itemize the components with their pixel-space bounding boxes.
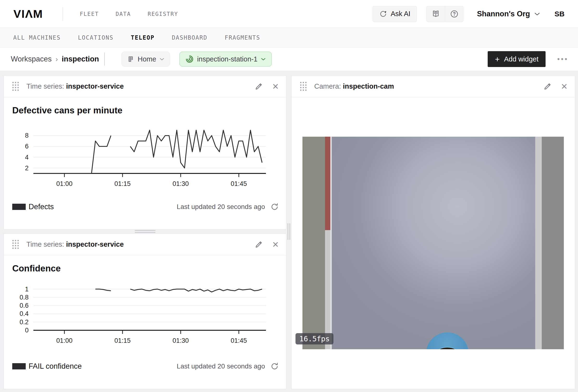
conveyor-right-rail — [542, 137, 564, 349]
row-resize-handle[interactable] — [135, 230, 155, 234]
conveyor-belt-surface — [332, 137, 535, 349]
svg-text:01:30: 01:30 — [173, 337, 189, 344]
help-icon-group — [427, 6, 463, 22]
help-button[interactable] — [445, 6, 463, 22]
legend-swatch — [12, 363, 26, 369]
widget-actions: ✕ — [543, 82, 568, 91]
avatar[interactable]: SB — [554, 10, 565, 18]
building-icon — [127, 55, 134, 63]
close-icon[interactable]: ✕ — [272, 82, 279, 91]
svg-text:4: 4 — [25, 154, 29, 161]
drag-handle-icon[interactable] — [12, 240, 19, 249]
breadcrumb: Workspaces › inspection — [11, 52, 105, 66]
machine-live-icon — [186, 55, 194, 63]
svg-text:01:00: 01:00 — [56, 337, 73, 344]
add-widget-button[interactable]: + Add widget — [488, 51, 546, 67]
header-divider — [63, 7, 63, 21]
ask-ai-label: Ask AI — [391, 10, 410, 18]
header-right: Ask AI — [373, 6, 565, 22]
legend-row: Defects Last updated 20 seconds ago — [12, 202, 279, 211]
svg-text:0.4: 0.4 — [19, 310, 29, 317]
conveyor-left-rail — [302, 137, 325, 349]
svg-text:2: 2 — [25, 164, 29, 172]
widget-header: Time series: inspector-service ✕ — [4, 234, 286, 255]
camera-stream — [302, 137, 564, 349]
fps-badge: 16.5fps — [295, 333, 334, 344]
widget-resource-name: inspection-cam — [343, 82, 394, 90]
drag-handle-icon[interactable] — [300, 82, 307, 91]
svg-text:01:00: 01:00 — [56, 180, 73, 187]
workspace-name[interactable]: inspection — [62, 55, 99, 63]
location-label: Home — [138, 55, 156, 63]
toolbar-right: + Add widget ••• — [488, 51, 568, 67]
ask-ai-button[interactable]: Ask AI — [373, 6, 417, 22]
org-switcher[interactable]: Shannon's Org — [477, 10, 540, 18]
svg-text:0.2: 0.2 — [19, 318, 29, 326]
widget-resource-name: inspector-service — [66, 241, 124, 248]
svg-text:01:30: 01:30 — [173, 180, 189, 187]
nav-data[interactable]: DATA — [116, 11, 131, 17]
legend-swatch — [12, 204, 26, 210]
column-resize-handle[interactable] — [288, 223, 291, 240]
workspace-name-cursor — [104, 52, 105, 66]
docs-button[interactable] — [427, 6, 445, 22]
nav-fleet[interactable]: FLEET — [80, 11, 99, 17]
breadcrumb-workspaces[interactable]: Workspaces — [11, 55, 52, 63]
widget-header: Time series: inspector-service ✕ — [4, 76, 286, 97]
close-icon[interactable]: ✕ — [561, 82, 568, 91]
svg-text:1: 1 — [25, 286, 29, 293]
svg-text:01:45: 01:45 — [231, 180, 247, 187]
edit-pencil-icon[interactable] — [543, 82, 552, 91]
legend-label: Defects — [29, 202, 54, 211]
teleop-canvas: Time series: inspector-service ✕ Defecti… — [0, 71, 578, 392]
confidence-line-chart: 00.20.40.60.8101:0001:1501:3001:45 — [12, 277, 284, 346]
legend-label: FAIL confidence — [29, 362, 82, 371]
widget-actions: ✕ — [254, 240, 279, 249]
tab-locations[interactable]: LOCATIONS — [78, 34, 113, 41]
ai-sparkle-refresh-icon — [379, 10, 387, 18]
primary-nav: FLEET DATA REGISTRY — [80, 11, 178, 17]
tab-dashboard[interactable]: DASHBOARD — [172, 34, 207, 41]
tab-fragments[interactable]: FRAGMENTS — [225, 34, 260, 41]
updated-group: Last updated 20 seconds ago — [177, 202, 279, 211]
nav-registry[interactable]: REGISTRY — [148, 11, 178, 17]
widget-actions: ✕ — [254, 82, 279, 91]
edit-pencil-icon[interactable] — [254, 82, 263, 91]
svg-text:8: 8 — [25, 132, 29, 139]
drag-handle-icon[interactable] — [12, 82, 19, 91]
camera-widget: Camera: inspection-cam ✕ 16.5fps — [291, 75, 575, 389]
last-updated-text: Last updated 20 seconds ago — [177, 362, 265, 370]
timeseries-widget-defects: Time series: inspector-service ✕ Defecti… — [3, 75, 286, 229]
fleet-subnav: ALL MACHINES LOCATIONS TELEOP DASHBOARD … — [0, 28, 578, 48]
refresh-icon[interactable] — [270, 362, 279, 371]
svg-text:01:45: 01:45 — [231, 337, 247, 344]
breadcrumb-separator-icon: › — [55, 55, 58, 63]
edit-pencil-icon[interactable] — [254, 240, 263, 249]
widget-header: Camera: inspection-cam ✕ — [292, 76, 575, 97]
last-updated-text: Last updated 20 seconds ago — [177, 203, 265, 211]
book-icon — [432, 10, 440, 18]
tab-teleop[interactable]: TELEOP — [131, 34, 154, 41]
svg-text:0.6: 0.6 — [19, 302, 29, 309]
machine-selector[interactable]: inspection-station-1 — [180, 52, 271, 66]
timeseries-widget-confidence: Time series: inspector-service ✕ Confide… — [3, 234, 286, 389]
chevron-down-icon — [261, 57, 266, 61]
close-icon[interactable]: ✕ — [272, 240, 279, 249]
chevron-down-icon — [159, 57, 164, 61]
svg-text:01:15: 01:15 — [114, 337, 131, 344]
updated-group: Last updated 20 seconds ago — [177, 362, 279, 371]
svg-text:0: 0 — [25, 327, 29, 334]
workspace-toolbar: Workspaces › inspection Home — [0, 48, 578, 71]
location-selector[interactable]: Home — [122, 52, 170, 66]
legend-row: FAIL confidence Last updated 20 seconds … — [12, 362, 279, 371]
widget-title: Time series: inspector-service — [26, 241, 124, 248]
widget-title: Time series: inspector-service — [26, 82, 124, 90]
tab-all-machines[interactable]: ALL MACHINES — [13, 34, 60, 41]
question-circle-icon — [450, 10, 459, 18]
refresh-icon[interactable] — [270, 202, 279, 211]
org-name: Shannon's Org — [477, 10, 530, 18]
defects-line-chart: 246801:0001:1501:3001:45 — [12, 119, 284, 191]
svg-text:0.8: 0.8 — [19, 294, 29, 301]
viam-logo: VIΛM — [13, 7, 43, 20]
more-options-icon[interactable]: ••• — [557, 55, 568, 63]
